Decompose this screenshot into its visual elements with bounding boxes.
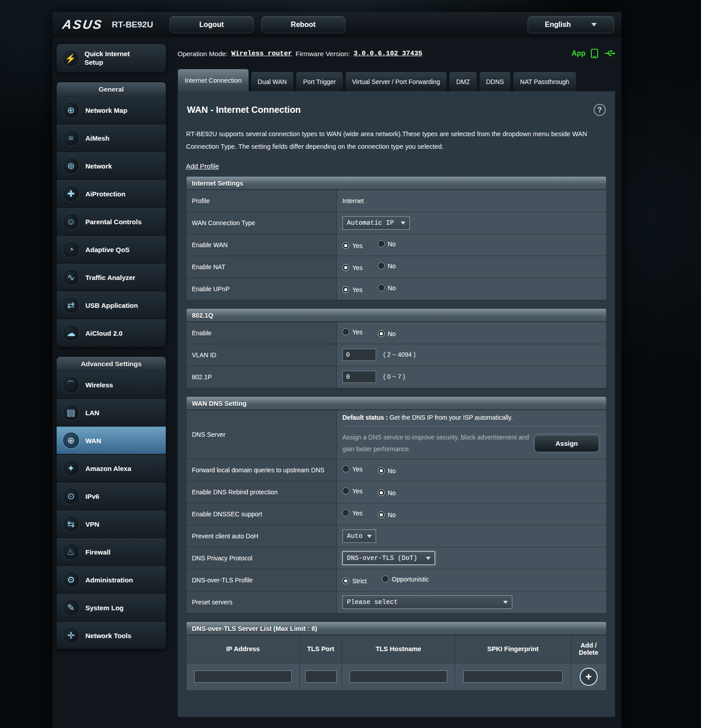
sidebar-item-aiprotection[interactable]: ✚ AiProtection [57,180,166,208]
sidebar-item-aimesh[interactable]: ≈ AiMesh [57,124,166,152]
wan-tab-bar: Internet Connection Dual WAN Port Trigge… [177,69,615,91]
table-header-row: IP Address TLS Port TLS Hostname SPKI Fi… [186,635,607,663]
aiprotection-shield-icon: ✚ [62,185,80,202]
column-header-ip-address: IP Address [186,635,300,663]
dns-rebind-label: Enable DNS Rebind protection [186,481,337,503]
enable-upnp-yes-radio[interactable]: Yes [342,286,363,293]
forward-local-dns-no-radio[interactable]: No [378,467,396,475]
aicloud-icon: ☁ [62,324,80,342]
sidebar-item-system-log[interactable]: ✎ System Log [57,594,166,621]
sidebar-item-firewall[interactable]: ♨ Firewall [57,538,166,566]
radio-icon [342,577,349,584]
parental-controls-icon: ☺ [62,213,80,230]
main-content: Operation Mode: Wireless router Firmware… [177,43,615,717]
radio-icon [342,328,349,335]
logout-button[interactable]: Logout [169,16,254,33]
dnssec-no-radio[interactable]: No [378,511,396,519]
dns-privacy-protocol-select[interactable]: DNS-over-TLS (DoT) [342,551,435,565]
add-dot-server-button[interactable]: + [580,668,598,686]
dns-assign-hint: Assign a DNS service to improve security… [342,431,534,455]
sidebar-item-network-tools[interactable]: ✛ Network Tools [57,621,166,649]
dns-server-label: DNS Server [186,410,337,459]
tab-nat-passthrough[interactable]: NAT Passthrough [513,71,576,91]
enable-nat-yes-radio[interactable]: Yes [342,264,363,271]
dot1q-section: 802.1Q Enable Yes No [186,308,607,388]
app-label[interactable]: App [572,49,586,58]
enable-wan-no-radio[interactable]: No [378,240,396,248]
tab-dual-wan[interactable]: Dual WAN [251,71,294,91]
radio-icon [342,488,349,494]
sidebar-item-network[interactable]: ⊚ Network [57,152,166,180]
reboot-button[interactable]: Reboot [261,16,346,33]
sidebar-item-quick-internet-setup[interactable]: ⚡ Quick Internet Setup [57,44,166,72]
enable-upnp-no-radio[interactable]: No [378,284,396,292]
sidebar-item-wireless[interactable]: ⌒ Wireless [57,371,166,399]
tab-ddns[interactable]: DDNS [479,71,511,91]
sidebar-item-vpn[interactable]: ⇆ VPN [57,510,166,538]
add-profile-link[interactable]: Add Profile [186,162,219,170]
forward-local-dns-yes-radio[interactable]: Yes [342,466,363,473]
radio-icon [342,242,349,249]
dot-profile-strict-radio[interactable]: Strict [342,577,367,585]
dns-rebind-yes-radio[interactable]: Yes [342,488,363,495]
sidebar-item-usb-application[interactable]: ⇄ USB Application [57,291,166,319]
dnssec-yes-radio[interactable]: Yes [342,510,363,517]
sidebar-item-lan[interactable]: ▤ LAN [57,399,166,426]
sidebar-item-adaptive-qos[interactable]: ◔ Adaptive QoS [57,235,166,263]
sidebar-item-administration[interactable]: ⚙ Administration [57,566,166,594]
sidebar-item-ipv6[interactable]: ⊙ IPv6 [57,482,166,510]
sidebar-item-parental-controls[interactable]: ☺ Parental Controls [57,208,166,235]
column-header-add-delete: Add / Delete [571,635,607,663]
wan-dns-section: WAN DNS Setting DNS Server Default statu… [186,396,607,613]
table-row: Enable DNSSEC support Yes No [186,503,607,525]
radio-icon [342,286,349,293]
tab-internet-connection[interactable]: Internet Connection [177,69,249,91]
radio-icon [378,240,385,247]
preset-servers-select[interactable]: Please select [342,595,512,609]
sidebar-item-network-map[interactable]: ⊕ Network Map [57,96,166,124]
table-row: Enable WAN Yes No [186,234,607,256]
sidebar: ⚡ Quick Internet Setup General ⊕ Network… [56,44,166,659]
dot-profile-opportunistic-radio[interactable]: Opportunistic [382,576,429,583]
usb-status-icon[interactable] [603,49,615,58]
sidebar-item-wan[interactable]: ⊕ WAN [57,426,166,454]
language-dropdown[interactable]: English [528,16,614,33]
quick-internet-setup-icon: ⚡ [62,50,79,67]
dns-rebind-no-radio[interactable]: No [378,489,396,497]
column-header-tls-port: TLS Port [300,635,342,663]
prevent-doh-select[interactable]: Auto [342,529,376,543]
prevent-doh-label: Prevent client auto DoH [186,525,337,547]
vpn-icon: ⇆ [62,515,80,533]
dot-ip-address-input[interactable] [194,670,292,683]
dot-tls-port-input[interactable] [305,670,337,683]
sidebar-item-amazon-alexa[interactable]: ✦ Amazon Alexa [57,454,166,482]
tab-port-trigger[interactable]: Port Trigger [296,71,343,91]
operation-mode-link[interactable]: Wireless router [231,50,292,58]
vlan-id-input[interactable] [342,349,376,361]
sidebar-item-traffic-analyzer[interactable]: ∿ Traffic Analyzer [57,263,166,291]
table-row: Enable UPnP Yes No [186,278,607,300]
assign-button[interactable]: Assign [534,435,599,452]
table-row: DNS Server Default status : Get the DNS … [186,410,607,459]
dot1q-enable-no-radio[interactable]: No [378,330,396,337]
dot1p-input[interactable] [342,371,376,383]
firmware-version-link[interactable]: 3.0.0.6.102_37435 [354,50,422,58]
dot1q-enable-yes-radio[interactable]: Yes [342,328,363,336]
radio-icon [342,466,349,472]
mobile-app-icon[interactable] [590,49,599,58]
tab-dmz[interactable]: DMZ [449,71,477,91]
table-row: Prevent client auto DoH Auto [186,525,607,547]
wan-connection-type-select[interactable]: Automatic IP [342,216,410,230]
enable-wan-yes-radio[interactable]: Yes [342,242,363,249]
firewall-icon: ♨ [62,543,80,560]
help-icon[interactable]: ? [594,104,606,116]
dot-spki-fingerprint-input[interactable] [463,670,563,683]
tab-virtual-server-port-forwarding[interactable]: Virtual Server / Port Forwarding [345,71,448,91]
sidebar-item-label: Quick Internet Setup [84,50,143,67]
wireless-icon: ⌒ [62,376,80,393]
sidebar-item-aicloud[interactable]: ☁ AiCloud 2.0 [57,319,166,347]
enable-nat-no-radio[interactable]: No [378,262,396,270]
internet-settings-section: Internet Settings Profile Internet WAN C… [186,176,607,300]
dot1p-range-hint: ( 0 ~ 7 ) [383,373,405,380]
dot-tls-hostname-input[interactable] [350,670,447,683]
